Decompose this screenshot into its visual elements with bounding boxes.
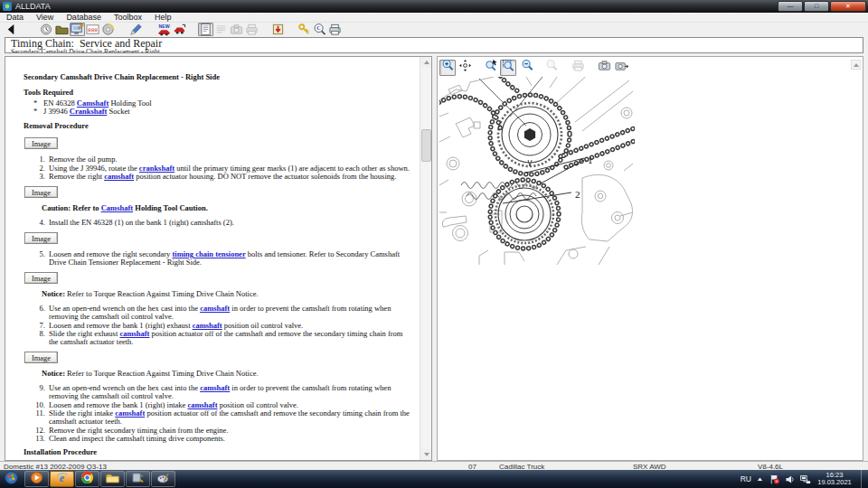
camshaft-link[interactable]: camshaft bbox=[200, 383, 230, 392]
paint-taskbar-button[interactable] bbox=[151, 471, 175, 487]
numbers-icon: 888 bbox=[86, 23, 99, 36]
scroll-down-icon[interactable] bbox=[420, 449, 432, 460]
brush-button[interactable] bbox=[128, 23, 144, 36]
image-button[interactable]: Image bbox=[24, 186, 58, 198]
tools-icon bbox=[131, 471, 145, 488]
ie-taskbar-button[interactable]: e bbox=[50, 471, 74, 487]
screen-pencil-button[interactable] bbox=[70, 23, 85, 36]
zoom-rect-button[interactable] bbox=[500, 60, 516, 76]
maximize-button[interactable]: □ bbox=[804, 1, 829, 12]
camshaft-link[interactable]: camshaft bbox=[200, 304, 230, 313]
procedure-step: Install the EN 46328 (1) on the bank 1 (… bbox=[47, 219, 413, 227]
action-center-flag-icon[interactable] bbox=[769, 474, 780, 485]
copy-arrow-icon bbox=[615, 59, 628, 76]
speaker-icon[interactable] bbox=[784, 474, 796, 485]
menu-item-database[interactable]: Database bbox=[60, 13, 108, 22]
camera-button bbox=[229, 23, 244, 36]
printer-button[interactable] bbox=[327, 23, 343, 36]
zoom-in-button[interactable] bbox=[439, 60, 456, 76]
printer-gray-button bbox=[244, 23, 259, 36]
menu-item-view[interactable]: View bbox=[30, 13, 60, 22]
note-line: Notice: Refer to Torque Reaction Against… bbox=[42, 370, 413, 378]
scroll-up-icon[interactable] bbox=[420, 57, 432, 68]
numbers-button[interactable]: 888 bbox=[85, 23, 100, 36]
key-button[interactable] bbox=[297, 23, 312, 36]
menu-item-help[interactable]: Help bbox=[148, 13, 178, 22]
disc-button[interactable] bbox=[100, 23, 116, 36]
camshaft-link[interactable]: Camshaft bbox=[101, 203, 133, 212]
magnifier-c-icon: C bbox=[313, 23, 326, 36]
tool-item: *J 39946 Crankshaft Socket bbox=[33, 108, 413, 116]
copy-button[interactable] bbox=[596, 60, 612, 76]
procedure-step: Use an open-end wrench on the hex cast i… bbox=[47, 305, 413, 321]
image-button[interactable]: Image bbox=[24, 272, 58, 284]
copy-arrow-button[interactable] bbox=[613, 60, 629, 76]
zoom-disabled-icon bbox=[545, 59, 559, 76]
clock-button[interactable] bbox=[39, 23, 54, 36]
viewer-scroll-up[interactable] bbox=[851, 60, 861, 70]
callout-1: 1 bbox=[588, 155, 593, 165]
minimize-button[interactable]: — bbox=[778, 1, 803, 12]
show-desktop-button[interactable] bbox=[861, 470, 864, 488]
camshaft-link[interactable]: camshaft bbox=[104, 172, 134, 181]
menu-item-data[interactable]: Data bbox=[0, 13, 30, 22]
procedure-step: Loosen and remove the right secondary ti… bbox=[47, 250, 413, 267]
document-header: Timing Chain: Service and Repair Seconda… bbox=[5, 37, 863, 53]
camshaft-link[interactable]: camshaft bbox=[187, 400, 217, 409]
scrollbar-thumb[interactable] bbox=[421, 129, 431, 162]
zoom-cursor-button[interactable] bbox=[483, 60, 499, 76]
section-heading: Tools Required bbox=[24, 89, 413, 97]
back-arrow-button[interactable] bbox=[4, 23, 19, 36]
image-toolbar bbox=[439, 59, 629, 76]
export-button[interactable] bbox=[270, 23, 286, 36]
menu-item-toolbox[interactable]: Toolbox bbox=[108, 13, 148, 22]
document-button[interactable] bbox=[198, 23, 213, 36]
car-arrow-button[interactable] bbox=[172, 23, 187, 36]
article-scrollbar[interactable] bbox=[420, 57, 431, 460]
clock[interactable]: 16:23 19.03.2021 bbox=[815, 472, 854, 486]
language-indicator[interactable]: RU bbox=[741, 474, 751, 483]
zoom-in-icon bbox=[441, 59, 455, 76]
timing-chain-illustration[interactable]: 1 2 bbox=[439, 77, 635, 266]
paragraph-icon bbox=[214, 23, 228, 36]
start-button[interactable] bbox=[3, 471, 20, 488]
explorer-taskbar-button[interactable] bbox=[100, 471, 125, 487]
image-button[interactable]: Image bbox=[24, 137, 58, 149]
new-car-button[interactable]: NEW bbox=[156, 23, 172, 36]
magnifier-c-button[interactable]: C bbox=[312, 23, 327, 36]
title-bar: ALLDATA — □ ✕ bbox=[0, 0, 868, 13]
back-arrow-icon bbox=[5, 23, 18, 36]
image-button[interactable]: Image bbox=[24, 352, 58, 363]
brush-icon bbox=[129, 23, 143, 36]
callout-2: 2 bbox=[575, 189, 580, 200]
camshaft-link[interactable]: camshaft bbox=[193, 321, 222, 330]
crankshaft-link[interactable]: Crankshaft bbox=[70, 107, 108, 116]
text-segment: position oil control valve. bbox=[218, 400, 298, 409]
folder-button[interactable] bbox=[54, 23, 70, 36]
tray-up-icon[interactable] bbox=[755, 474, 765, 484]
text-segment: Holding Tool Caution. bbox=[133, 203, 208, 212]
window-title: ALLDATA bbox=[15, 2, 51, 11]
tray-date: 19.03.2021 bbox=[817, 478, 852, 486]
paint-icon bbox=[156, 471, 170, 488]
printer-gray-icon bbox=[245, 23, 259, 36]
bullet-marker: * bbox=[33, 108, 38, 116]
network-icon[interactable] bbox=[799, 474, 811, 485]
image-button[interactable]: Image bbox=[24, 232, 58, 244]
explorer-icon bbox=[106, 471, 119, 488]
wmp-taskbar-button[interactable] bbox=[24, 471, 49, 487]
chrome-icon bbox=[80, 471, 94, 488]
article-body: Secondary Camshaft Drive Chain Replaceme… bbox=[5, 57, 419, 460]
crankshaft-link[interactable]: crankshaft bbox=[139, 164, 175, 173]
tools-taskbar-button[interactable] bbox=[126, 471, 150, 487]
text-segment: Remove the right secondary timing chain … bbox=[49, 426, 229, 435]
menu-bar: DataViewDatabaseToolboxHelp bbox=[0, 13, 868, 23]
svg-text:C: C bbox=[316, 25, 320, 31]
zoom-small-button[interactable] bbox=[519, 60, 535, 76]
ie-icon: e bbox=[55, 471, 69, 488]
pan-button[interactable] bbox=[457, 60, 473, 76]
chrome-taskbar-button[interactable] bbox=[75, 471, 99, 487]
text-segment: Socket bbox=[107, 107, 129, 116]
taskbar: e RU 16:23 19.03.2021 bbox=[0, 470, 868, 488]
close-button[interactable]: ✕ bbox=[830, 1, 866, 12]
